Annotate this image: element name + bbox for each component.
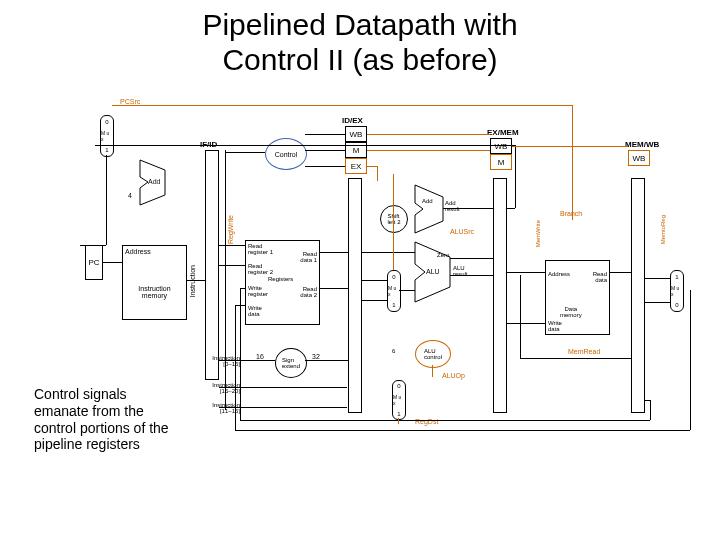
thirtytwo-label: 32 (312, 353, 320, 360)
idex-data (348, 178, 362, 413)
memwb-data (631, 178, 645, 413)
shift-left-2: Shift left 2 (380, 205, 408, 233)
memtoreg-label: MemtoReg (660, 215, 666, 244)
regdst-mux: 0 M u x 1 (392, 380, 406, 420)
instruction-label: Instruction (189, 265, 196, 297)
add-label-2: Add (422, 198, 433, 204)
sign-extend: Sign extend (275, 348, 307, 378)
instruction-memory: Address Instruction memory (122, 245, 187, 320)
idex-label: ID/EX (342, 116, 363, 125)
add-label-1: Add (148, 178, 160, 185)
exmem-data (493, 178, 507, 413)
svg-marker-1 (415, 185, 443, 233)
memwb-label: MEM/WB (625, 140, 659, 149)
alusrc-label: ALUSrc (450, 228, 474, 235)
exmem-label: EX/MEM (487, 128, 519, 137)
sixteen-label: 16 (256, 353, 264, 360)
aluop-label: ALUOp (442, 372, 465, 379)
title-line-2: Control II (as before) (222, 43, 497, 76)
control-unit: Control (265, 138, 307, 170)
pcsrc-label: PCSrc (120, 98, 140, 105)
ifid-register (205, 150, 219, 380)
four-label: 4 (128, 192, 132, 199)
alu-label: ALU (426, 268, 440, 275)
pcsrc-mux: 0 M u x 1 (100, 115, 114, 157)
alu-control: ALU control (415, 340, 451, 368)
datapath-diagram: PCSrc 0 M u x 1 PC Address Instruction m… (80, 100, 700, 440)
data-memory: Address Read data Data memory Write data (545, 260, 610, 335)
register-file: Read register 1 Read register 2 Write re… (245, 240, 320, 325)
add-result-label: Add result (445, 200, 460, 212)
alusrc-mux: 0 M u x 1 (387, 270, 401, 312)
pc-register: PC (85, 245, 103, 280)
memwb-wb: WB (628, 150, 650, 166)
regwrite-label: RegWrite (227, 215, 234, 244)
memread-label: MemRead (568, 348, 600, 355)
memtoreg-mux: 1 M u x 0 (670, 270, 684, 312)
memwrite-label: MemWrite (535, 220, 541, 247)
zero-label: Zero (437, 252, 449, 258)
idex-wb: WB (345, 126, 367, 142)
idex-ex: EX (345, 158, 367, 174)
exmem-wb: WB (490, 138, 512, 154)
exmem-m: M (490, 154, 512, 170)
title-line-1: Pipelined Datapath with (202, 8, 517, 41)
six-label: 6 (392, 348, 395, 354)
